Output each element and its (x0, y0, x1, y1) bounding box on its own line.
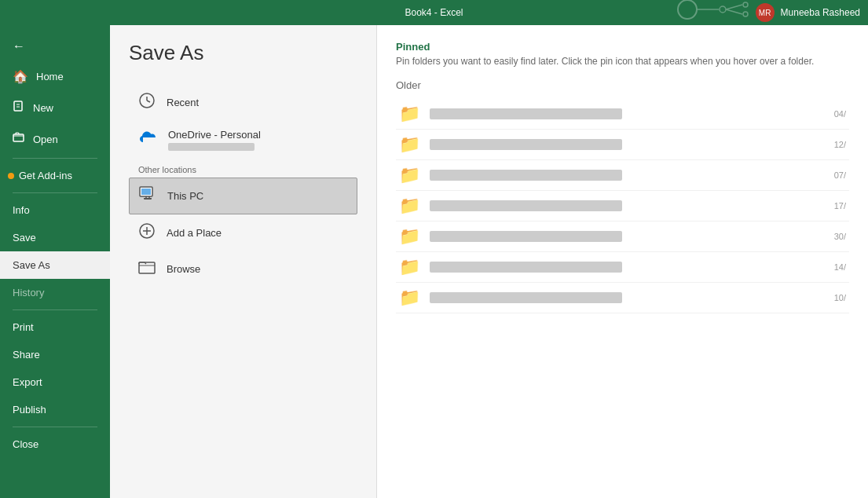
addplace-label: Add a Place (167, 227, 222, 239)
sidebar-item-label: Close (13, 438, 38, 450)
browse-icon (138, 259, 156, 279)
content-area: Save As Recent (110, 25, 868, 498)
sidebar-divider-3 (13, 309, 97, 310)
svg-point-0 (678, 0, 697, 19)
sidebar-item-share[interactable]: Share (0, 341, 110, 368)
table-row[interactable]: 📁 12/ (396, 130, 849, 160)
saveas-title: Save As (129, 41, 357, 65)
folder-date: 14/ (834, 262, 846, 272)
sidebar-divider-4 (13, 427, 97, 427)
saveas-panel: Save As Recent (110, 25, 377, 498)
title-bar-right: MR Muneeba Rasheed (756, 3, 860, 22)
thispc-label: This PC (167, 190, 203, 202)
sidebar-item-save[interactable]: Save (0, 224, 110, 251)
sidebar-divider-2 (13, 192, 97, 193)
back-icon: ← (13, 39, 25, 53)
onedrive-sublabel (168, 143, 255, 151)
browse-label: Browse (167, 263, 200, 275)
sidebar-item-close[interactable]: Close (0, 430, 110, 458)
folder-icon: 📁 (399, 257, 420, 277)
sidebar: ← 🏠 Home New Open Get Add-ins Info (0, 25, 110, 498)
pinned-section: Pinned Pin folders you want to easily fi… (396, 41, 849, 67)
sidebar-item-export[interactable]: Export (0, 368, 110, 396)
older-title: Older (396, 79, 849, 91)
folder-name-bar (430, 139, 622, 150)
folder-icon: 📁 (399, 104, 420, 124)
folder-date: 12/ (834, 140, 846, 149)
table-row[interactable]: 📁 07/ (396, 160, 849, 191)
table-row[interactable]: 📁 10/ (396, 283, 849, 313)
pinned-desc: Pin folders you want to easily find late… (396, 56, 849, 67)
sidebar-item-label: Home (36, 71, 64, 82)
location-browse[interactable]: Browse (129, 251, 357, 287)
svg-point-6 (743, 12, 748, 16)
other-locations-header: Other locations (129, 159, 357, 178)
sidebar-item-label: Open (33, 134, 58, 145)
svg-line-3 (726, 5, 742, 9)
svg-point-5 (743, 2, 748, 7)
sidebar-item-saveas[interactable]: Save As (0, 251, 110, 279)
sidebar-divider (13, 158, 97, 159)
table-row[interactable]: 📁 17/ (396, 191, 849, 222)
sidebar-item-info[interactable]: Info (0, 196, 110, 224)
folder-name-bar (430, 292, 622, 303)
deco-icon (672, 0, 766, 20)
location-thispc[interactable]: This PC (129, 178, 357, 214)
folder-name-bar (430, 108, 622, 119)
title-bar: Book4 - Excel MR Muneeba Rasheed (0, 0, 868, 25)
table-row[interactable]: 📁 04/ (396, 99, 849, 130)
sidebar-item-print[interactable]: Print (0, 313, 110, 341)
sidebar-item-addins[interactable]: Get Add-ins (0, 162, 110, 189)
sidebar-item-home[interactable]: 🏠 Home (0, 61, 110, 92)
folder-icon: 📁 (399, 196, 420, 216)
sidebar-item-label: Publish (13, 404, 46, 416)
svg-rect-15 (141, 189, 151, 195)
sidebar-item-label: Get Add-ins (19, 170, 72, 181)
sidebar-item-label: Save (13, 232, 36, 244)
table-row[interactable]: 📁 14/ (396, 252, 849, 283)
folder-icon: 📁 (399, 134, 420, 155)
home-icon: 🏠 (13, 69, 28, 84)
folder-name-bar (430, 231, 622, 242)
folder-date: 07/ (834, 170, 846, 180)
location-recent[interactable]: Recent (129, 84, 357, 121)
pinned-title: Pinned (396, 41, 849, 53)
file-panel: Pinned Pin folders you want to easily fi… (377, 25, 868, 498)
sidebar-item-label: Print (13, 321, 34, 333)
main-layout: ← 🏠 Home New Open Get Add-ins Info (0, 25, 868, 498)
svg-line-4 (726, 9, 742, 14)
folder-icon: 📁 (399, 287, 420, 308)
title-bar-text: Book4 - Excel (405, 7, 463, 18)
folder-name-bar (430, 170, 622, 181)
svg-point-2 (720, 6, 726, 13)
sidebar-item-publish[interactable]: Publish (0, 396, 110, 423)
onedrive-label: OneDrive - Personal (168, 129, 261, 141)
user-name: Muneeba Rasheed (781, 7, 860, 18)
svg-rect-10 (13, 134, 24, 141)
onedrive-icon (138, 131, 157, 149)
sidebar-item-label: Export (13, 376, 42, 388)
new-icon (13, 100, 25, 115)
table-row[interactable]: 📁 30/ (396, 222, 849, 252)
sidebar-item-label: Share (13, 349, 40, 361)
sidebar-item-history[interactable]: History (0, 279, 110, 306)
sidebar-item-open[interactable]: Open (0, 123, 110, 155)
sidebar-item-label: Save As (13, 259, 50, 271)
location-label: Recent (167, 97, 199, 108)
dot-indicator (8, 173, 14, 179)
sidebar-item-new[interactable]: New (0, 92, 110, 123)
folder-date: 30/ (834, 232, 846, 241)
location-onedrive[interactable]: OneDrive - Personal (129, 121, 357, 159)
sidebar-back-button[interactable]: ← (0, 31, 110, 61)
svg-line-13 (147, 101, 150, 102)
open-icon (13, 131, 25, 147)
folder-date: 10/ (834, 293, 846, 302)
location-addplace[interactable]: Add a Place (129, 214, 357, 251)
folder-name-bar (430, 200, 622, 211)
addplace-icon (138, 222, 156, 244)
folder-icon: 📁 (399, 165, 420, 185)
sidebar-item-label: Info (13, 204, 30, 216)
sidebar-item-label: New (33, 102, 53, 114)
svg-rect-21 (139, 262, 155, 273)
folder-name-bar (430, 262, 622, 273)
